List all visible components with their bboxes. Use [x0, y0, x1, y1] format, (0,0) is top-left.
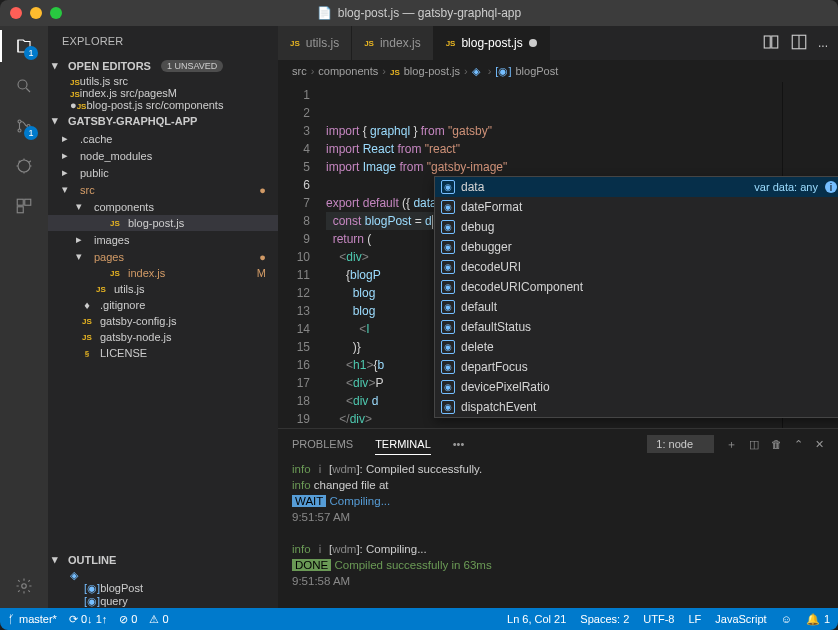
svg-rect-6 [25, 199, 31, 205]
tree-folder[interactable]: ▾src● [48, 181, 278, 198]
notifications[interactable]: 🔔 1 [806, 613, 830, 626]
tree-folder[interactable]: ▸.cache [48, 130, 278, 147]
breadcrumb[interactable]: src›components›JSblog-post.js›◈›[◉]blogP… [278, 60, 838, 82]
sidebar: EXPLORER ▾ OPEN EDITORS 1 UNSAVED JSutil… [48, 26, 278, 608]
suggest-item[interactable]: ◉decodeURI [435, 257, 838, 277]
suggest-item[interactable]: ◉debugger [435, 237, 838, 257]
tree-folder[interactable]: ▾pages● [48, 248, 278, 265]
outline-item[interactable]: [◉]query [48, 595, 278, 608]
tab-terminal[interactable]: TERMINAL [375, 434, 431, 455]
svg-point-2 [18, 129, 21, 132]
chevron-down-icon: ▾ [52, 553, 64, 566]
suggest-item[interactable]: ◉datavar data: any i [435, 177, 838, 197]
new-terminal-icon[interactable]: ＋ [726, 437, 737, 452]
tree-file[interactable]: JSutils.js [48, 281, 278, 297]
svg-point-8 [22, 584, 27, 589]
terminal-dropdown[interactable]: 1: node [647, 435, 714, 453]
open-editors-label: OPEN EDITORS [68, 60, 151, 72]
open-editor-item[interactable]: ●JSblog-post.js src/components [48, 99, 278, 111]
editor-tab[interactable]: JSindex.js [352, 26, 433, 60]
tree-folder[interactable]: ▸public [48, 164, 278, 181]
activity-bar: 1 1 [0, 26, 48, 608]
encoding[interactable]: UTF-8 [643, 613, 674, 626]
git-sync[interactable]: ⟳ 0↓ 1↑ [69, 613, 107, 626]
project-header[interactable]: ▾ GATSBY-GRAPHQL-APP [48, 111, 278, 130]
editor-tab[interactable]: JSutils.js [278, 26, 352, 60]
tab-more[interactable]: ••• [453, 434, 465, 454]
extensions-icon[interactable] [12, 194, 36, 218]
close-panel-icon[interactable]: ✕ [815, 438, 824, 451]
outline-item[interactable]: ◈ [48, 569, 278, 582]
tree-file[interactable]: JSgatsby-node.js [48, 329, 278, 345]
settings-icon[interactable] [12, 574, 36, 598]
titlebar: 📄 blog-post.js — gatsby-graphql-app [0, 0, 838, 26]
line-gutter: 12345678910111213141516171819 [278, 82, 320, 428]
tree-folder[interactable]: ▸node_modules [48, 147, 278, 164]
file-tree: ▸.cache▸node_modules▸public▾src●▾compone… [48, 130, 278, 550]
outline-label: OUTLINE [68, 554, 116, 566]
scm-badge: 1 [24, 126, 38, 140]
search-icon[interactable] [12, 74, 36, 98]
suggest-item[interactable]: ◉defaultStatus [435, 317, 838, 337]
project-label: GATSBY-GRAPHQL-APP [68, 115, 197, 127]
suggest-item[interactable]: ◉debug [435, 217, 838, 237]
unsaved-badge: 1 UNSAVED [161, 60, 223, 72]
code-content[interactable]: import { graphql } from "gatsby"import R… [320, 82, 782, 428]
outline-header[interactable]: ▾ OUTLINE [48, 550, 278, 569]
breadcrumb-segment[interactable]: src [292, 65, 307, 77]
code-editor[interactable]: 12345678910111213141516171819 import { g… [278, 82, 838, 428]
debug-icon[interactable] [12, 154, 36, 178]
breadcrumb-segment[interactable]: components [318, 65, 378, 77]
tree-file[interactable]: ♦.gitignore [48, 297, 278, 313]
open-editor-item[interactable]: JSutils.js src [48, 75, 278, 87]
status-warnings[interactable]: ⚠ 0 [149, 613, 168, 626]
feedback-icon[interactable]: ☺ [781, 613, 792, 626]
open-editors-header[interactable]: ▾ OPEN EDITORS 1 UNSAVED [48, 56, 278, 75]
suggest-item[interactable]: ◉dispatchEvent [435, 397, 838, 417]
split-terminal-icon[interactable]: ◫ [749, 438, 759, 451]
svg-rect-10 [772, 36, 778, 48]
language-mode[interactable]: JavaScript [715, 613, 766, 626]
tree-file[interactable]: JSgatsby-config.js [48, 313, 278, 329]
cursor-position[interactable]: Ln 6, Col 21 [507, 613, 566, 626]
title-project: gatsby-graphql-app [418, 6, 521, 20]
scm-icon[interactable]: 1 [12, 114, 36, 138]
open-editor-item[interactable]: JSindex.js src/pagesM [48, 87, 278, 99]
breadcrumb-segment[interactable]: ◈ [472, 65, 484, 78]
more-icon[interactable]: ... [818, 36, 828, 50]
suggest-item[interactable]: ◉departFocus [435, 357, 838, 377]
outline-item[interactable]: [◉]blogPost [48, 582, 278, 595]
git-branch[interactable]: ᚶ master* [8, 613, 57, 625]
breadcrumb-segment[interactable]: [◉]blogPost [495, 65, 558, 78]
trash-icon[interactable]: 🗑 [771, 438, 782, 450]
compare-icon[interactable] [762, 33, 780, 54]
svg-rect-9 [764, 36, 770, 48]
suggest-item[interactable]: ◉dateFormat [435, 197, 838, 217]
tree-file[interactable]: JSblog-post.js [48, 215, 278, 231]
status-errors[interactable]: ⊘ 0 [119, 613, 137, 626]
tree-file[interactable]: §LICENSE [48, 345, 278, 361]
tab-problems[interactable]: PROBLEMS [292, 434, 353, 454]
editor-tab[interactable]: JSblog-post.js [434, 26, 550, 60]
tree-folder[interactable]: ▸images [48, 231, 278, 248]
tree-folder[interactable]: ▾components [48, 198, 278, 215]
suggest-item[interactable]: ◉decodeURIComponent [435, 277, 838, 297]
maximize-panel-icon[interactable]: ⌃ [794, 438, 803, 451]
svg-point-1 [18, 120, 21, 123]
tree-file[interactable]: JSindex.jsM [48, 265, 278, 281]
indent[interactable]: Spaces: 2 [580, 613, 629, 626]
terminal-output[interactable]: info ｉ [wdm]: Compiled successfully.info… [278, 459, 838, 608]
intellisense-popup[interactable]: ◉datavar data: any i◉dateFormat◉debug◉de… [434, 176, 838, 418]
chevron-down-icon: ▾ [52, 59, 64, 72]
explorer-icon[interactable]: 1 [12, 34, 36, 58]
suggest-item[interactable]: ◉default [435, 297, 838, 317]
bottom-panel: PROBLEMS TERMINAL ••• 1: node ＋ ◫ 🗑 ⌃ ✕ … [278, 428, 838, 608]
breadcrumb-segment[interactable]: JSblog-post.js [390, 65, 460, 77]
eol[interactable]: LF [688, 613, 701, 626]
file-icon: 📄 [317, 6, 332, 20]
svg-point-0 [18, 80, 27, 89]
sidebar-title: EXPLORER [48, 26, 278, 56]
suggest-item[interactable]: ◉devicePixelRatio [435, 377, 838, 397]
suggest-item[interactable]: ◉delete [435, 337, 838, 357]
split-editor-icon[interactable] [790, 33, 808, 54]
